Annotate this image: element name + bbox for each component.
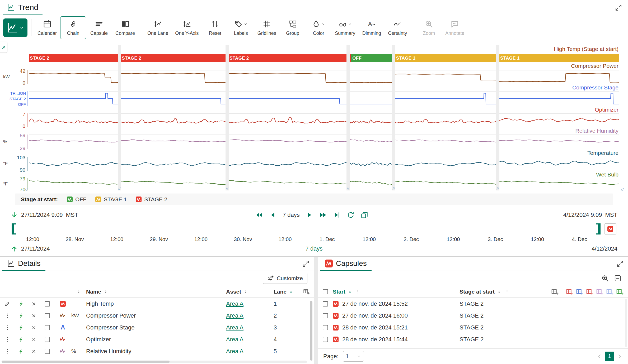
add-property-column-button[interactable]: [586, 288, 594, 296]
item-menu-button[interactable]: [0, 313, 15, 319]
toolbar-reset-button[interactable]: Reset: [202, 16, 228, 39]
capsule-time-toggle[interactable]: [604, 223, 616, 234]
lane-plot[interactable]: [229, 113, 346, 127]
lane-plot[interactable]: [395, 157, 496, 171]
stage-capsule-bar[interactable]: STAGE 1: [499, 54, 619, 62]
add-property-column-button[interactable]: [551, 288, 559, 296]
stage-capsule-bar[interactable]: STAGE 1: [395, 54, 496, 62]
chart-segment[interactable]: OFF: [350, 45, 392, 190]
lane-plot[interactable]: [29, 113, 118, 127]
toolbar-group-button[interactable]: Group: [280, 16, 306, 39]
remove-item-button[interactable]: [27, 313, 40, 318]
toolbar-one-y-axis-button[interactable]: One Y-Axis: [172, 16, 202, 39]
page-size-select[interactable]: 1: [343, 351, 364, 362]
panel-divider[interactable]: [314, 257, 318, 364]
capsules-tab[interactable]: Capsules: [320, 257, 372, 271]
lane-plot[interactable]: [499, 91, 619, 106]
lane-plot[interactable]: [350, 135, 392, 149]
details-tab[interactable]: Details: [2, 257, 45, 271]
details-vertical-scrollbar[interactable]: [310, 301, 312, 361]
item-menu-button[interactable]: [0, 348, 15, 355]
asset-link[interactable]: Area A: [226, 312, 243, 319]
toolbar-dimming-button[interactable]: A Dimming: [359, 16, 385, 39]
lane-plot[interactable]: [350, 178, 392, 190]
toolbar-zoom-button[interactable]: Zoom: [416, 16, 442, 39]
investigate-start-button[interactable]: [11, 211, 18, 219]
add-property-column-button[interactable]: [596, 288, 604, 296]
sidebar-expand-tab[interactable]: [0, 42, 7, 53]
lane-plot[interactable]: [395, 178, 496, 190]
toolbar-certainty-button[interactable]: Certainty: [385, 16, 410, 39]
edit-item-button[interactable]: [0, 301, 15, 307]
column-menu-icon[interactable]: [505, 289, 509, 294]
capsule-row[interactable]: 27 de nov. de 2024 15:52 STAGE 2: [318, 298, 628, 310]
lane-label[interactable]: Relative Humidity: [575, 128, 618, 134]
lane-plot[interactable]: [499, 157, 619, 171]
pan-back-fast-button[interactable]: [255, 211, 263, 219]
lane-plot[interactable]: [229, 135, 346, 149]
lane-plot[interactable]: [229, 91, 346, 106]
item-name[interactable]: High Temp: [86, 300, 226, 307]
lane-label[interactable]: Optimizer: [595, 107, 618, 113]
chart-segment[interactable]: STAGE 2: [229, 45, 346, 190]
lane-label[interactable]: Temperature: [587, 150, 618, 156]
capsule-row[interactable]: 28 de nov. de 2024 15:21 STAGE 2: [318, 322, 628, 333]
timeline-track[interactable]: [12, 224, 601, 234]
lane-plot[interactable]: [499, 178, 619, 190]
column-menu-icon[interactable]: [355, 289, 360, 294]
details-horizontal-scrollbar[interactable]: [2, 361, 307, 363]
item-quick-action-icon[interactable]: [15, 337, 27, 342]
lane-plot[interactable]: [29, 70, 118, 84]
column-header-lane[interactable]: Lane: [274, 289, 299, 295]
capsule-row[interactable]: 27 de nov. de 2024 16:00 STAGE 2: [318, 310, 628, 322]
asset-link[interactable]: Area A: [226, 300, 243, 307]
lane-y-axis[interactable]: °F79 70: [0, 178, 27, 190]
current-page-button[interactable]: 1: [605, 352, 614, 361]
lane-plot[interactable]: [350, 70, 392, 84]
item-menu-button[interactable]: [0, 336, 15, 343]
item-checkbox[interactable]: [40, 337, 54, 342]
zoom-to-capsule-button[interactable]: [601, 274, 609, 282]
copy-time-range-button[interactable]: [360, 211, 368, 219]
lane-plot[interactable]: [395, 70, 496, 84]
lane-plot[interactable]: [29, 178, 118, 190]
item-quick-action-icon[interactable]: [15, 348, 27, 354]
item-name[interactable]: Relative Humidity: [86, 348, 226, 355]
asset-link[interactable]: Area A: [226, 324, 243, 331]
stage-capsule-bar[interactable]: STAGE 2: [121, 54, 226, 62]
stage-capsule-bar[interactable]: STAGE 2: [29, 54, 118, 62]
timeline-handle-right[interactable]: [598, 223, 601, 234]
item-checkbox[interactable]: [40, 313, 54, 318]
lane-y-axis[interactable]: °F103 90: [0, 157, 27, 171]
add-property-column-button[interactable]: [566, 288, 574, 296]
pan-to-now-button[interactable]: [333, 211, 341, 219]
toolbar-chain-button[interactable]: Chain: [60, 16, 86, 39]
column-header-start[interactable]: Start: [333, 289, 460, 295]
pan-forward-fast-button[interactable]: [319, 211, 327, 219]
lane-label[interactable]: Wet Bulb: [596, 171, 618, 178]
toolbar-labels-button[interactable]: Labels: [228, 16, 254, 39]
expand-trend-button[interactable]: [615, 0, 622, 15]
toolbar-color-button[interactable]: Color: [306, 16, 331, 39]
capsule-row[interactable]: 28 de nov. de 2024 15:44 STAGE 2: [318, 333, 628, 345]
lane-plot[interactable]: [121, 157, 226, 171]
asset-link[interactable]: Area A: [226, 348, 243, 355]
lane-label[interactable]: High Temp (Stage at start): [554, 46, 618, 52]
expand-details-button[interactable]: [302, 257, 310, 271]
item-quick-action-icon[interactable]: [15, 313, 27, 319]
lane-label[interactable]: Compressor Stage: [572, 84, 618, 91]
lane-plot[interactable]: [229, 70, 346, 84]
pan-forward-button[interactable]: [306, 211, 313, 219]
lane-y-axis[interactable]: 7 0: [0, 113, 27, 127]
lane-plot[interactable]: [350, 91, 392, 106]
capsule-checkbox[interactable]: [318, 337, 333, 342]
lane-label[interactable]: Compressor Power: [571, 63, 618, 69]
toolbar-capsule-button[interactable]: Capsule: [86, 16, 112, 39]
add-property-column-button[interactable]: [616, 288, 624, 296]
lane-y-axis[interactable]: %59 29: [0, 135, 27, 149]
lane-plot[interactable]: [229, 157, 346, 171]
stage-capsule-bar[interactable]: STAGE 2: [229, 54, 346, 62]
lane-plot[interactable]: [395, 135, 496, 149]
item-name[interactable]: Optimizer: [86, 336, 226, 343]
capsules-scrollbar[interactable]: [625, 299, 627, 347]
